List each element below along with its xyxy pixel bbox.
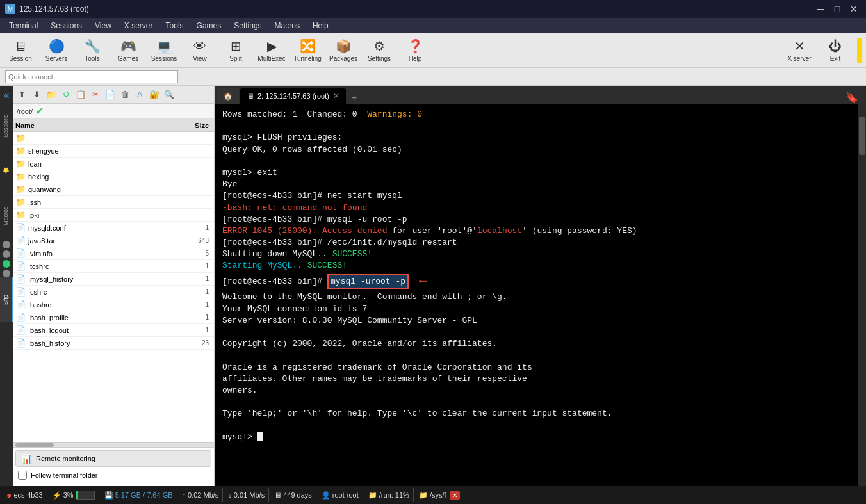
- vtab-dot-4[interactable]: [3, 270, 10, 277]
- file-row[interactable]: 📁 .ssh: [13, 196, 214, 209]
- vtab-macros[interactable]: Macros: [0, 193, 13, 238]
- servers-icon: 🔵: [49, 38, 65, 54]
- file-icon: 📄: [15, 248, 26, 258]
- file-row[interactable]: 📄 .bash_history 23: [13, 337, 214, 350]
- collapse-icon[interactable]: «: [1, 87, 12, 104]
- new-folder-btn[interactable]: 📁: [45, 88, 58, 101]
- far-left-tabs: « Sessions ⭐ Macros Sftp: [0, 86, 13, 486]
- title-bar-controls: ─ □ ✕: [813, 3, 861, 15]
- remote-monitoring-label: Remote monitoring: [36, 455, 95, 462]
- terminal-output[interactable]: Rows matched: 1 Changed: 0 Warnings: 0 m…: [215, 104, 858, 486]
- file-row[interactable]: 📁 hexing: [13, 170, 214, 183]
- menu-view[interactable]: View: [88, 18, 118, 33]
- toolbar-games[interactable]: 🎮 Games: [111, 35, 145, 66]
- terminal-line: [root@ecs-4b33 bin]# /etc/init.d/mysqld …: [222, 237, 851, 248]
- toolbar: 🖥 Session 🔵 Servers 🔧 Tools 🎮 Games 💻 Se…: [0, 33, 866, 68]
- vtab-dot-2[interactable]: [3, 250, 10, 258]
- vtab-tools[interactable]: ⭐: [0, 149, 13, 193]
- monitor-icon: 📊: [21, 453, 32, 464]
- file-row[interactable]: 📄 .bashrc 1: [13, 298, 214, 311]
- toolbar-session[interactable]: 🖥 Session: [4, 35, 37, 66]
- scrollbar-thumb[interactable]: [859, 117, 865, 155]
- toolbar-tools[interactable]: 🔧 Tools: [76, 35, 109, 66]
- paste-btn[interactable]: 📄: [104, 88, 117, 101]
- file-row[interactable]: 📁 loan: [13, 158, 214, 170]
- toolbar-settings-label: Settings: [368, 55, 391, 62]
- file-name: ..: [28, 134, 186, 142]
- col-name-header: Name: [15, 122, 186, 129]
- quick-connect-input[interactable]: [5, 70, 178, 83]
- status-memory: 💾 5.17 GB / 7.64 GB: [101, 488, 177, 502]
- copy-btn[interactable]: 📋: [74, 88, 87, 101]
- file-row[interactable]: 📁 guanwang: [13, 183, 214, 196]
- toolbar-split-label: Split: [229, 55, 241, 62]
- file-row[interactable]: 📄 .bash_logout 1: [13, 324, 214, 337]
- vtab-sftp[interactable]: Sftp: [0, 277, 13, 322]
- toolbar-split[interactable]: ⊞ Split: [219, 35, 252, 66]
- file-row[interactable]: 📁 shengyue: [13, 145, 214, 158]
- file-row[interactable]: 📄 mysqld.conf 1: [13, 222, 214, 234]
- toolbar-packages[interactable]: 📦 Packages: [327, 35, 360, 66]
- toolbar-xserver[interactable]: ✕ X server: [783, 35, 816, 66]
- toolbar-sessions[interactable]: 💻 Sessions: [147, 35, 181, 66]
- file-name: guanwang: [28, 186, 186, 193]
- terminal-tab-main[interactable]: 🖥 2. 125.124.57.63 (root) ✕: [240, 88, 346, 104]
- menu-terminal[interactable]: Terminal: [3, 18, 44, 33]
- toolbar-view[interactable]: 👁 View: [183, 35, 216, 66]
- permissions-btn[interactable]: 🔐: [148, 88, 161, 101]
- remote-monitoring-button[interactable]: 📊 Remote monitoring: [15, 450, 211, 467]
- uptime-value: 449 days: [283, 491, 312, 499]
- toolbar-exit[interactable]: ⏻ Exit: [819, 35, 852, 66]
- tab-add-button[interactable]: +: [347, 92, 361, 104]
- terminal-scrollbar[interactable]: [858, 104, 866, 486]
- follow-terminal-checkbox[interactable]: [18, 471, 27, 480]
- toolbar-settings[interactable]: ⚙ Settings: [363, 35, 396, 66]
- file-row[interactable]: 📄 .tcshrc 1: [13, 260, 214, 273]
- menu-games[interactable]: Games: [190, 18, 228, 33]
- file-row[interactable]: 📁 ..: [13, 132, 214, 145]
- vtab-dot-1[interactable]: [3, 241, 10, 248]
- file-panel-toolbar: ⬆ ⬇ 📁 ↺ 📋 ✂ 📄 🗑 A 🔐 🔍: [13, 86, 214, 104]
- rename-btn[interactable]: A: [133, 88, 146, 101]
- find-btn[interactable]: 🔍: [163, 88, 176, 101]
- cut-btn[interactable]: ✂: [89, 88, 102, 101]
- file-row[interactable]: 📄 java8.tar 643: [13, 234, 214, 247]
- menu-tools[interactable]: Tools: [159, 18, 190, 33]
- user-icon: 👤: [322, 491, 331, 500]
- path-bar: /root/ ✔: [13, 104, 214, 119]
- sessions-icon: 💻: [156, 38, 172, 54]
- toolbar-games-label: Games: [118, 55, 138, 62]
- tools-icon: 🔧: [85, 38, 101, 54]
- download-btn[interactable]: ⬇: [30, 88, 43, 101]
- vtab-sessions[interactable]: Sessions: [0, 104, 13, 149]
- upload-btn[interactable]: ⬆: [15, 88, 28, 101]
- close-button[interactable]: ✕: [847, 3, 861, 15]
- file-icon: 📄: [15, 300, 26, 309]
- file-row[interactable]: 📁 .pki: [13, 209, 214, 222]
- bookmark-icon[interactable]: 🔖: [840, 92, 863, 104]
- toolbar-multiexec[interactable]: ▶ MultiExec: [255, 35, 288, 66]
- toolbar-help[interactable]: ❓ Help: [398, 35, 432, 66]
- toolbar-tunneling[interactable]: 🔀 Tunneling: [291, 35, 324, 66]
- tab-close-icon[interactable]: ✕: [333, 92, 339, 101]
- file-row[interactable]: 📄 .viminfo 5: [13, 247, 214, 260]
- file-row[interactable]: 📄 .cshrc 1: [13, 286, 214, 298]
- file-row[interactable]: 📄 .mysql_history 1: [13, 273, 214, 286]
- menu-sessions[interactable]: Sessions: [44, 18, 88, 33]
- terminal-line: Your MySQL connection id is 7: [222, 304, 851, 315]
- menu-macros[interactable]: Macros: [268, 18, 306, 33]
- left-panel: ⬆ ⬇ 📁 ↺ 📋 ✂ 📄 🗑 A 🔐 🔍 /root/ ✔ Name Size…: [13, 86, 215, 486]
- menu-settings[interactable]: Settings: [227, 18, 268, 33]
- delete-btn[interactable]: 🗑: [118, 88, 131, 101]
- vtab-dot-3[interactable]: [3, 260, 10, 268]
- file-size: 1: [186, 301, 211, 308]
- file-row[interactable]: 📄 .bash_profile 1: [13, 311, 214, 324]
- minimize-button[interactable]: ─: [813, 3, 828, 15]
- menu-xserver[interactable]: X server: [118, 18, 159, 33]
- refresh-btn[interactable]: ↺: [60, 88, 72, 101]
- maximize-button[interactable]: □: [830, 3, 844, 15]
- menu-help[interactable]: Help: [306, 18, 335, 33]
- toolbar-servers[interactable]: 🔵 Servers: [40, 35, 73, 66]
- terminal-tab-home[interactable]: 🏠: [217, 88, 239, 104]
- terminal-line: [root@ecs-4b33 bin]# mysql -u root -p: [222, 214, 851, 225]
